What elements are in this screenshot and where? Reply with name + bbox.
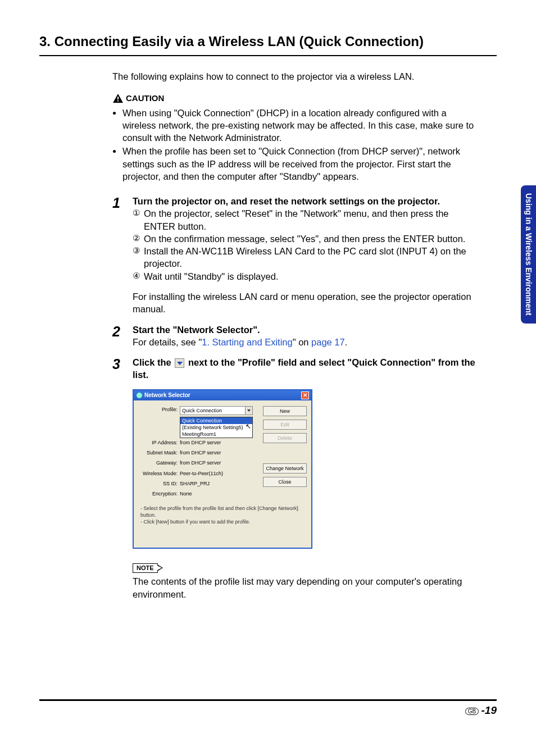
substep-text: Wait until "Standby" is displayed.	[144, 270, 278, 283]
field-value: SHARP_PRJ	[180, 480, 257, 487]
svg-rect-2	[117, 101, 119, 102]
step-detail: For details, see "1. Starting and Exitin…	[133, 336, 480, 348]
circled-number: ①	[133, 207, 144, 233]
xref-link[interactable]: 1. Starting and Exiting	[202, 337, 292, 347]
caution-text: CAUTION	[126, 93, 164, 104]
window-title: Network Selector	[136, 391, 190, 399]
substep-text: On the projector, select "Reset" in the …	[144, 207, 480, 233]
chevron-down-icon[interactable]	[245, 407, 252, 415]
field-label: Encryption:	[138, 490, 180, 497]
field-label: Subnet Mask:	[138, 449, 180, 456]
change-network-button[interactable]: Change Network	[263, 463, 307, 473]
titlebar: Network Selector ✕	[134, 390, 311, 400]
page-footer: GB -19	[39, 699, 497, 717]
close-button[interactable]: Close	[263, 477, 307, 487]
circled-number: ③	[133, 245, 144, 270]
page-language: GB	[465, 708, 479, 715]
note-arrow-icon	[157, 564, 163, 571]
field-label: SS ID:	[138, 480, 180, 487]
profile-dropdown[interactable]: Quick Connection	[180, 406, 253, 415]
step-1: 1 Turn the projector on, and reset the n…	[112, 195, 480, 315]
page-number: -19	[482, 704, 497, 716]
field-label: Gateway:	[138, 459, 180, 466]
note-label: NOTE	[133, 563, 158, 573]
step-followup: For installing the wireless LAN card or …	[133, 290, 480, 316]
help-text: - Select the profile from the profile li…	[134, 505, 311, 548]
warning-icon	[112, 93, 124, 103]
section-side-tab: Using in a Wireless Environment	[521, 185, 536, 324]
app-icon	[136, 392, 143, 399]
field-value: from DHCP server	[180, 449, 257, 456]
intro-text: The following explains how to connect to…	[112, 70, 480, 83]
network-selector-window: Network Selector ✕ Profile: Quick Connec…	[133, 389, 312, 549]
new-button[interactable]: New	[263, 406, 307, 416]
step-title: Click the next to the "Profile" field an…	[133, 356, 480, 381]
page-link[interactable]: page 17	[311, 337, 345, 347]
delete-button[interactable]: Delete	[263, 433, 307, 443]
step-number: 3	[112, 356, 133, 381]
step-3: 3 Click the next to the "Profile" field …	[112, 356, 480, 381]
caution-item: When the profile has been set to "Quick …	[122, 145, 480, 183]
dropdown-icon	[175, 358, 184, 368]
field-label: IP Address:	[138, 439, 180, 446]
circled-number: ④	[133, 270, 144, 283]
svg-point-3	[137, 393, 142, 398]
caution-bullets: When using "Quick Connection" (DHCP) in …	[112, 107, 480, 183]
field-label: Wireless Mode:	[138, 470, 180, 477]
note-text: The contents of the profile list may var…	[112, 575, 480, 600]
close-button[interactable]: ✕	[301, 391, 309, 399]
svg-rect-1	[117, 97, 119, 99]
step-2: 2 Start the "Network Selector". For deta…	[112, 324, 480, 349]
field-value: None	[180, 490, 257, 497]
circled-number: ②	[133, 233, 144, 245]
dropdown-option[interactable]: MeetingRoom1	[180, 431, 252, 438]
edit-button[interactable]: Edit	[263, 420, 307, 430]
field-value: Peer-to-Peer(11ch)	[180, 470, 257, 477]
section-heading: 3. Connecting Easily via a Wireless LAN …	[39, 34, 497, 54]
profile-dropdown-list[interactable]: Quick Connection (Existing Network Setti…	[180, 417, 253, 438]
field-value: from DHCP server	[180, 459, 257, 466]
profile-label: Profile:	[138, 406, 180, 415]
caution-item: When using "Quick Connection" (DHCP) in …	[122, 107, 480, 144]
step-number: 2	[112, 324, 133, 349]
step-number: 1	[112, 195, 133, 315]
dropdown-option[interactable]: (Existing Network Setting5)	[180, 424, 252, 431]
dropdown-option[interactable]: Quick Connection	[180, 417, 252, 424]
substep-text: Install the AN-WC11B Wireless LAN Card t…	[144, 245, 480, 270]
field-value: from DHCP server	[180, 439, 257, 446]
caution-label: CAUTION	[112, 93, 480, 104]
substep-text: On the confirmation message, select "Yes…	[144, 233, 465, 245]
step-title: Turn the projector on, and reset the net…	[133, 195, 480, 207]
step-title: Start the "Network Selector".	[133, 324, 480, 336]
cursor-icon: ↖	[246, 422, 251, 431]
